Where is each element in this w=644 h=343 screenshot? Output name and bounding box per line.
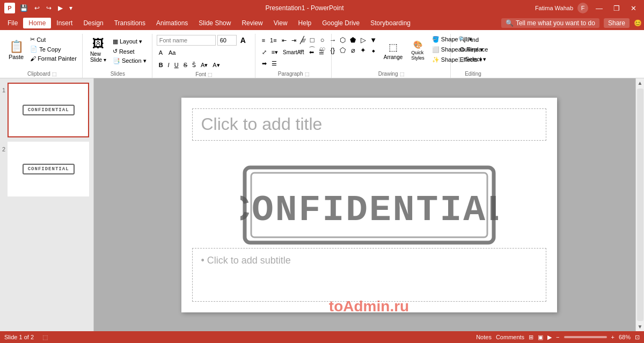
shape-misc2[interactable]: ⬥ [369, 45, 378, 55]
shape-star[interactable]: ⬡ [338, 35, 348, 45]
copy-button[interactable]: 📄 Te Copy [28, 45, 79, 54]
play-quick-btn[interactable]: ▶ [56, 3, 64, 13]
section-button[interactable]: 📑 Section ▾ [111, 56, 149, 65]
drawing-expand-icon[interactable]: ⬚ [400, 71, 405, 77]
shape-more[interactable]: ▼ [369, 35, 378, 45]
underline-button[interactable]: U [172, 60, 181, 70]
font-size-input[interactable] [217, 35, 237, 46]
scroll-down-arrow[interactable]: ▼ [636, 322, 644, 331]
replace-button[interactable]: ab Replace [455, 45, 492, 54]
reset-button[interactable]: ↺ Reset [111, 47, 149, 56]
font-label: Font ⬚ [195, 70, 213, 77]
shape-circle[interactable]: ○ [318, 35, 327, 45]
font-size-decrease[interactable]: A [157, 47, 165, 58]
menu-insert[interactable]: Insert [51, 18, 78, 28]
paragraph-expand-icon[interactable]: ⬚ [305, 71, 310, 77]
text-shadow-button[interactable]: S̈ [190, 60, 198, 70]
align-text-button[interactable]: ≡▾ [269, 47, 280, 57]
format-painter-button[interactable]: 🖌 Format Painter [28, 54, 79, 63]
redo-quick-btn[interactable]: ↪ [45, 3, 53, 13]
more-quick-btn[interactable]: ▾ [68, 3, 74, 13]
strikethrough-button[interactable]: S [181, 60, 189, 70]
shape-bracket[interactable]: {} [328, 45, 338, 55]
zoom-slider[interactable] [564, 336, 607, 338]
menu-transitions[interactable]: Transitions [109, 18, 151, 28]
highlight-color-button[interactable]: A▾ [210, 60, 222, 70]
menu-file[interactable]: File [2, 18, 23, 28]
paste-button[interactable]: 📋 Paste [5, 35, 27, 66]
italic-button[interactable]: I [166, 60, 172, 70]
share-button[interactable]: Share [604, 18, 630, 28]
decrease-indent-button[interactable]: ⇤ [280, 35, 289, 46]
view-outline-btn[interactable]: ▣ [538, 334, 543, 341]
font-expand-icon[interactable]: ⬚ [208, 72, 213, 77]
scroll-track [637, 89, 643, 321]
new-slide-button[interactable]: 🖼 NewSlide ▾ [87, 35, 109, 66]
menu-view[interactable]: View [268, 18, 293, 28]
fit-window-btn[interactable]: ⊡ [635, 334, 640, 341]
font-name-input[interactable] [157, 35, 216, 46]
menu-googledrive[interactable]: Google Drive [317, 18, 365, 28]
select-icon: ⬚ [458, 56, 464, 63]
menu-review[interactable]: Review [236, 18, 268, 28]
clear-format-btn[interactable]: Aa [166, 47, 178, 58]
shape-line[interactable]: ╱ [297, 35, 307, 45]
slide-2-thumb[interactable]: CONFIDENTIAL [8, 142, 89, 196]
font-color-button[interactable]: A▾ [199, 60, 210, 70]
layout-button[interactable]: ▦ Layout ▾ [111, 37, 149, 46]
shape-brace[interactable]: ⌀ [348, 45, 358, 55]
select-button[interactable]: ⬚ Select ▾ [455, 55, 492, 64]
font-size-increase[interactable]: A [238, 35, 248, 46]
shape-heart[interactable]: ♡ [318, 45, 327, 55]
clipboard-expand-icon[interactable]: ⬚ [52, 71, 57, 77]
bullets-button[interactable]: ≡ [260, 35, 267, 46]
text-direction-button[interactable]: ⤢ [260, 47, 269, 57]
section-icon: 📑 [113, 57, 120, 64]
subtitle-placeholder[interactable]: • Click to add subtitle [192, 248, 546, 302]
shape-pentagon[interactable]: ⬠ [338, 45, 348, 55]
justify-button[interactable]: ☰ [269, 58, 279, 69]
comments-button[interactable]: Comments [496, 334, 524, 340]
menu-design[interactable]: Design [78, 18, 108, 28]
bold-button[interactable]: B [157, 60, 165, 70]
cut-button[interactable]: ✂ Cut [28, 35, 79, 44]
restore-btn[interactable]: ❐ [610, 3, 623, 13]
slide-2-stamp: CONFIDENTIAL [23, 164, 75, 174]
font-group: A A Aa B I U S S̈ A▾ A▾ Font ⬚ [153, 34, 255, 78]
menu-home[interactable]: Home [23, 18, 51, 28]
menu-animations[interactable]: Animations [151, 18, 193, 28]
tell-me-search[interactable]: 🔍 Tell me what you want to do [501, 18, 599, 28]
title-placeholder[interactable]: Click to add title [192, 108, 546, 141]
view-normal-btn[interactable]: ⊞ [529, 334, 533, 341]
slide-canvas: Click to add title [181, 98, 557, 312]
minimize-btn[interactable]: — [592, 3, 606, 13]
shape-angle[interactable]: ⌐ [297, 45, 307, 55]
arrange-button[interactable]: ⬚ Arrange [380, 35, 406, 66]
scroll-up-arrow[interactable]: ▲ [636, 78, 644, 87]
slide-1-thumb[interactable]: CONFIDENTIAL [8, 83, 89, 137]
vertical-scrollbar[interactable]: ▲ ▼ [635, 78, 644, 331]
align-right-button[interactable]: ➡ [260, 58, 269, 69]
zoom-out-btn[interactable]: − [556, 334, 559, 340]
view-slide-show-btn[interactable]: ▶ [547, 334, 552, 341]
quick-styles-button[interactable]: 🎨 QuickStyles [408, 35, 428, 66]
shape-rect[interactable]: □ [308, 35, 317, 45]
menu-slideshow[interactable]: Slide Show [193, 18, 236, 28]
shape-misc[interactable]: ✦ [358, 45, 368, 55]
undo-quick-btn[interactable]: ↩ [33, 3, 41, 13]
notes-button[interactable]: Notes [476, 334, 492, 340]
menu-storyboarding[interactable]: Storyboarding [365, 18, 416, 28]
emoji-btn[interactable]: 😊 [634, 19, 642, 27]
fit-slide-btn[interactable]: ⬚ [42, 334, 48, 341]
save-quick-btn[interactable]: 💾 [18, 3, 30, 13]
numbering-button[interactable]: 1≡ [268, 35, 279, 46]
shape-curve[interactable]: ⌒ [308, 45, 317, 55]
menu-help[interactable]: Help [293, 18, 317, 28]
shape-arrow[interactable]: → [328, 35, 338, 45]
shape-triangle[interactable]: ▷ [358, 35, 368, 45]
shape-diamond[interactable]: ⬟ [348, 35, 358, 45]
confidential-stamp-area[interactable]: CONFIDENTIAL [208, 151, 530, 259]
zoom-in-btn[interactable]: + [611, 334, 614, 340]
close-btn[interactable]: ✕ [627, 3, 640, 13]
find-button[interactable]: 🔍 Find [455, 35, 492, 44]
